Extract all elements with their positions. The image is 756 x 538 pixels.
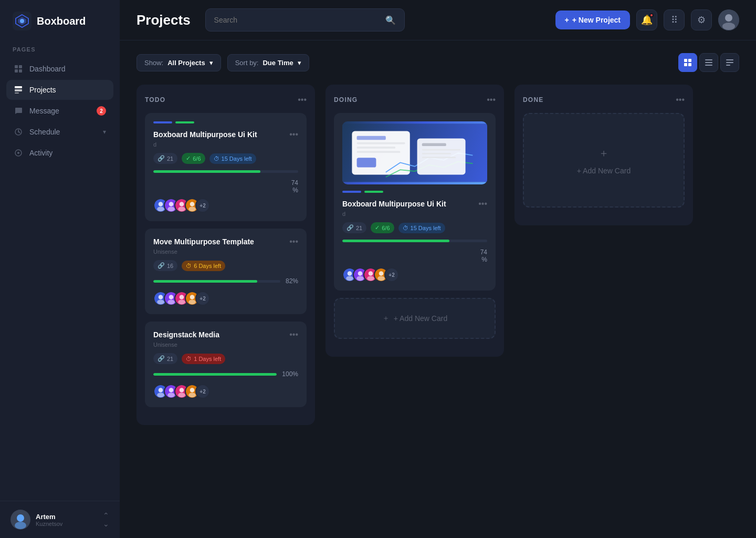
- svg-point-63: [190, 388, 195, 392]
- show-label: Show:: [144, 59, 163, 67]
- svg-rect-74: [422, 143, 446, 147]
- search-icon: 🔍: [385, 15, 396, 25]
- progress-bar-bg: [342, 240, 487, 242]
- avatar-extra: +2: [195, 291, 210, 306]
- links-chip: 🔗 16: [153, 260, 177, 271]
- view-compact-button[interactable]: [720, 53, 739, 72]
- progress-bar-fill: [153, 280, 257, 283]
- apps-button[interactable]: ⠿: [664, 9, 685, 30]
- message-badge: 2: [97, 106, 106, 116]
- time-chip: ⏱ 1 Days left: [182, 354, 225, 364]
- check-chip: ✓ 6/6: [371, 222, 394, 233]
- svg-rect-23: [705, 59, 712, 60]
- todo-menu-icon[interactable]: •••: [298, 95, 307, 105]
- progress-bar-bg: [153, 170, 298, 173]
- progress-bar-fill: [153, 170, 260, 173]
- activity-icon: [14, 148, 23, 158]
- toolbar: Show: All Projects ▾ Sort by: Due Time ▾: [136, 53, 739, 72]
- view-grid-button[interactable]: [678, 53, 697, 72]
- sidebar-item-dashboard[interactable]: Dashboard: [6, 59, 113, 79]
- todo-card-2[interactable]: Move Multipurpose Template ••• Unisense …: [145, 229, 307, 314]
- card-avatars: +2: [153, 198, 298, 213]
- dashboard-label: Dashboard: [29, 65, 66, 73]
- card-menu-icon[interactable]: •••: [289, 237, 298, 246]
- new-project-icon: +: [565, 16, 569, 24]
- sidebar-nav: Dashboard Projects Message 2 Schedule ▾: [0, 59, 120, 501]
- search-bar[interactable]: 🔍: [205, 8, 405, 32]
- done-menu-icon[interactable]: •••: [676, 95, 685, 105]
- notifications-button[interactable]: 🔔: [636, 9, 657, 30]
- svg-rect-68: [357, 136, 386, 140]
- svg-point-51: [190, 295, 195, 299]
- logo: Boxboard: [0, 0, 120, 42]
- todo-card-3[interactable]: Designstack Media ••• Unisense 🔗 21 ⏱ 1 …: [145, 322, 307, 407]
- sidebar-item-schedule[interactable]: Schedule ▾: [6, 122, 113, 142]
- logo-icon: [13, 12, 32, 30]
- svg-point-58: [167, 393, 175, 398]
- sort-label: Sort by:: [235, 59, 259, 67]
- new-project-button[interactable]: + + New Project: [555, 11, 630, 29]
- svg-rect-70: [357, 147, 396, 149]
- svg-rect-77: [422, 157, 456, 158]
- sidebar-item-message[interactable]: Message 2: [6, 101, 113, 121]
- progress-row: [342, 240, 487, 242]
- doing-menu-icon[interactable]: •••: [487, 95, 496, 105]
- user-expand-icon[interactable]: ⌃⌄: [103, 511, 109, 528]
- user-avatar: [10, 510, 30, 530]
- svg-point-48: [180, 295, 184, 299]
- add-card-label: + Add New Card: [577, 167, 631, 175]
- svg-point-40: [188, 207, 196, 212]
- progress-bar-bg: [153, 280, 280, 283]
- user-role: Kuznetsov: [36, 521, 98, 527]
- card-meta: 🔗 21 ✓ 6/6 ⏱ 15 Days left: [342, 222, 487, 233]
- svg-rect-27: [726, 62, 733, 63]
- svg-rect-9: [15, 89, 22, 91]
- sidebar-user: Artem Kuznetsov ⌃⌄: [0, 501, 120, 538]
- view-list-button[interactable]: [699, 53, 718, 72]
- header-avatar[interactable]: [718, 9, 739, 30]
- card-title: Boxboard Multipurpose Ui Kit: [342, 200, 446, 208]
- search-input[interactable]: [214, 16, 380, 24]
- sidebar: Boxboard PAGES Dashboard Projects Messag…: [0, 0, 120, 538]
- avatar-extra: +2: [195, 198, 210, 213]
- sidebar-item-activity[interactable]: Activity: [6, 143, 113, 163]
- done-column-header: DONE •••: [523, 95, 685, 105]
- show-filter-button[interactable]: Show: All Projects ▾: [136, 54, 221, 71]
- doing-add-card-button[interactable]: ＋ + Add New Card: [334, 298, 496, 339]
- doing-card-1[interactable]: Boxboard Multipurpose Ui Kit ••• d 🔗 21 …: [334, 113, 496, 291]
- svg-point-3: [20, 19, 24, 23]
- todo-card-1[interactable]: Boxboard Multipurpose Ui Kit ••• d 🔗 21 …: [145, 113, 307, 221]
- done-column: DONE ••• ＋ + Add New Card: [514, 85, 693, 225]
- projects-icon: [14, 85, 23, 95]
- svg-point-57: [169, 388, 174, 392]
- sidebar-item-projects[interactable]: Projects: [6, 80, 113, 100]
- svg-point-13: [17, 152, 19, 154]
- settings-button[interactable]: ⚙: [691, 9, 712, 30]
- header-actions: + + New Project 🔔 ⠿ ⚙: [555, 9, 739, 30]
- card-top-bar: [342, 191, 487, 193]
- view-buttons: [678, 53, 739, 72]
- sort-filter-button[interactable]: Sort by: Due Time ▾: [227, 54, 309, 71]
- card-menu-icon[interactable]: •••: [478, 199, 487, 209]
- sort-value: Due Time: [262, 59, 293, 67]
- svg-point-79: [348, 271, 352, 276]
- card-company: Unisense: [153, 249, 298, 255]
- add-card-label: + Add New Card: [394, 314, 447, 323]
- done-add-card-button[interactable]: ＋ + Add New Card: [523, 113, 685, 208]
- schedule-chevron-icon: ▾: [103, 128, 106, 136]
- card-image: [342, 121, 487, 184]
- links-chip: 🔗 21: [153, 153, 177, 164]
- plus-icon: ＋: [598, 146, 609, 160]
- svg-rect-28: [726, 65, 730, 66]
- svg-rect-5: [19, 65, 22, 68]
- card-menu-icon[interactable]: •••: [289, 330, 298, 339]
- time-chip: ⏱ 15 Days left: [398, 223, 445, 233]
- todo-column-header: TODO •••: [145, 95, 307, 105]
- svg-rect-25: [705, 65, 712, 66]
- message-icon: [14, 106, 23, 116]
- card-menu-icon[interactable]: •••: [289, 130, 298, 139]
- svg-point-18: [722, 23, 735, 30]
- card-title: Designstack Media: [153, 330, 219, 339]
- svg-point-82: [358, 271, 363, 276]
- svg-point-89: [377, 276, 385, 281]
